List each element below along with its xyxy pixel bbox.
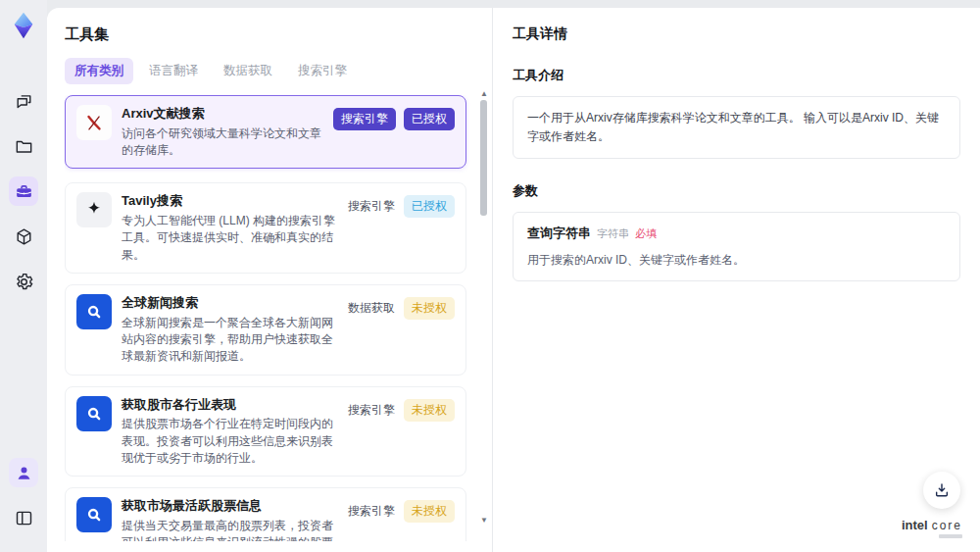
tool-description: 全球新闻搜索是一个聚合全球各大新闻网站内容的搜索引擎，帮助用户快速获取全球最新资… [122,315,337,366]
arxiv-icon [76,105,112,140]
page-title: 工具集 [65,25,476,44]
blue-search-icon [76,396,112,431]
download-button[interactable] [923,472,960,509]
category-badge: 搜索引擎 [347,399,396,422]
tab-language-translation[interactable]: 语言翻译 [139,58,208,84]
category-badge: 搜索引擎 [333,108,396,130]
scrollbar-down-arrow[interactable]: ▼ [479,517,489,525]
tool-badges: 搜索引擎 已授权 [333,105,455,159]
user-icon[interactable] [9,458,38,487]
auth-status-badge: 未授权 [404,500,455,523]
tab-data-fetching[interactable]: 数据获取 [214,58,282,84]
scrollbar-thumb[interactable] [480,100,487,216]
main-panel: 工具集 所有类别 语言翻译 数据获取 搜索引擎 Arxiv文献搜索 访问各个研究… [47,8,980,552]
app-logo-icon [8,10,39,41]
tool-text: 全球新闻搜索 全球新闻搜索是一个聚合全球各大新闻网站内容的搜索引擎，帮助用户快速… [122,294,337,366]
parameter-card: 查询字符串 字符串 必填 用于搜索的Arxiv ID、关键字或作者姓名。 [513,212,960,281]
tool-description: 提供当天交易量最高的股票列表，投资者可以利用这些信息来识别流动性强的股票和潜在的… [122,518,337,541]
tool-intro-text: 一个用于从Arxiv存储库搜索科学论文和文章的工具。 输入可以是Arxiv ID… [513,96,960,159]
category-tabs: 所有类别 语言翻译 数据获取 搜索引擎 [65,58,476,84]
app-window: 工具集 所有类别 语言翻译 数据获取 搜索引擎 Arxiv文献搜索 访问各个研究… [0,0,980,552]
tool-badges: 数据获取 未授权 [347,294,455,366]
required-badge: 必填 [635,226,657,241]
tool-name: Tavily搜索 [122,192,337,210]
tool-text: Tavily搜索 专为人工智能代理 (LLM) 构建的搜索引擎工具。可快速提供实… [122,192,337,264]
intel-brand-text: intel [902,518,928,532]
tool-text: 获取股市各行业表现 提供股票市场各个行业在特定时间段内的表现。投资者可以利用这些… [122,396,337,468]
tab-all-categories[interactable]: 所有类别 [65,58,133,84]
tool-badges: 搜索引擎 未授权 [347,396,455,468]
tool-card[interactable]: Arxiv文献搜索 访问各个研究领域大量科学论文和文章的存储库。 搜索引擎 已授… [65,95,466,169]
parameter-type: 字符串 [597,226,629,241]
category-badge: 搜索引擎 [347,500,396,523]
tools-list-panel: 工具集 所有类别 语言翻译 数据获取 搜索引擎 Arxiv文献搜索 访问各个研究… [47,8,492,552]
cube-icon[interactable] [9,222,38,251]
tool-card[interactable]: 全球新闻搜索 全球新闻搜索是一个聚合全球各大新闻网站内容的搜索引擎，帮助用户快速… [65,284,466,376]
blue-search-icon [76,294,112,329]
tool-detail-panel: 工具详情 工具介绍 一个用于从Arxiv存储库搜索科学论文和文章的工具。 输入可… [492,8,980,552]
detail-title: 工具详情 [513,25,960,43]
parameter-header: 查询字符串 字符串 必填 [527,225,946,242]
scrollbar: ▲ ▼ [479,90,489,525]
auth-status-badge: 未授权 [404,399,455,422]
tool-description: 访问各个研究领域大量科学论文和文章的存储库。 [122,125,323,160]
tool-card[interactable]: 获取市场最活跃股票信息 提供当天交易量最高的股票列表，投资者可以利用这些信息来识… [65,487,466,541]
tavily-star-icon [76,192,112,227]
parameter-name: 查询字符串 [527,225,591,242]
tool-name: 获取股市各行业表现 [122,396,337,414]
tool-badges: 搜索引擎 未授权 [347,497,455,541]
blue-search-icon [76,497,112,532]
scrollbar-up-arrow[interactable]: ▲ [479,90,489,98]
tool-name: 全球新闻搜索 [122,294,337,312]
folder-icon[interactable] [9,131,38,161]
intel-core-logo: intel core [902,518,962,538]
panel-toggle-icon[interactable] [9,503,38,532]
gear-icon[interactable] [9,267,38,296]
auth-status-badge: 已授权 [404,108,455,130]
auth-status-badge: 未授权 [404,297,455,320]
intel-sub-mark [939,534,962,538]
params-heading: 参数 [513,182,960,200]
tool-name: Arxiv文献搜索 [122,105,323,123]
toolbox-icon[interactable] [9,176,38,206]
download-icon [932,480,952,500]
intro-heading: 工具介绍 [513,67,960,84]
chat-icon[interactable] [9,86,38,116]
tab-search-engine[interactable]: 搜索引擎 [288,58,357,84]
auth-status-badge: 已授权 [404,195,455,218]
core-brand-text: core [932,519,962,532]
tool-card[interactable]: Tavily搜索 专为人工智能代理 (LLM) 构建的搜索引擎工具。可快速提供实… [65,182,466,274]
tool-card-list: Arxiv文献搜索 访问各个研究领域大量科学论文和文章的存储库。 搜索引擎 已授… [65,95,476,541]
tool-name: 获取市场最活跃股票信息 [122,497,337,515]
tool-description: 提供股票市场各个行业在特定时间段内的表现。投资者可以利用这些信息来识别表现优于或… [122,416,337,467]
left-sidebar [0,0,47,552]
tool-text: Arxiv文献搜索 访问各个研究领域大量科学论文和文章的存储库。 [122,105,323,159]
parameter-description: 用于搜索的Arxiv ID、关键字或作者姓名。 [527,251,946,269]
tool-text: 获取市场最活跃股票信息 提供当天交易量最高的股票列表，投资者可以利用这些信息来识… [122,497,337,541]
tool-description: 专为人工智能代理 (LLM) 构建的搜索引擎工具。可快速提供实时、准确和真实的结… [122,213,337,264]
tool-card[interactable]: 获取股市各行业表现 提供股票市场各个行业在特定时间段内的表现。投资者可以利用这些… [65,386,466,477]
category-badge: 数据获取 [347,297,396,320]
category-badge: 搜索引擎 [347,195,396,218]
tool-badges: 搜索引擎 已授权 [347,192,455,264]
